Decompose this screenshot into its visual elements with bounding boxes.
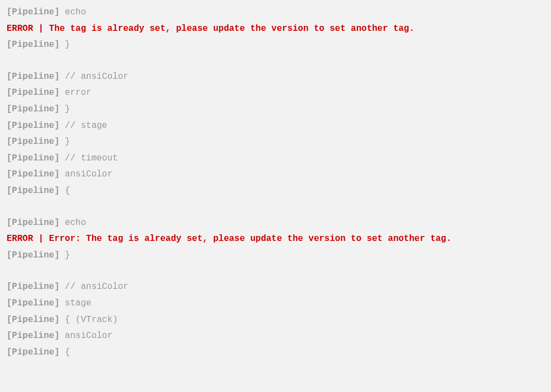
pipeline-line: [Pipeline] } bbox=[7, 134, 544, 151]
pipeline-text: // timeout bbox=[60, 153, 118, 163]
pipeline-text: } bbox=[60, 137, 70, 147]
pipeline-text: // stage bbox=[60, 121, 107, 131]
pipeline-prefix: [Pipeline] bbox=[7, 218, 60, 228]
pipeline-text: { bbox=[60, 186, 70, 196]
pipeline-prefix: [Pipeline] bbox=[7, 282, 60, 292]
pipeline-text: echo bbox=[60, 218, 86, 228]
pipeline-line: [Pipeline] } bbox=[7, 37, 544, 53]
pipeline-text: } bbox=[60, 104, 70, 114]
pipeline-prefix: [Pipeline] bbox=[7, 315, 60, 325]
pipeline-text: // ansiColor bbox=[60, 72, 129, 82]
pipeline-prefix: [Pipeline] bbox=[7, 72, 60, 82]
pipeline-line: [Pipeline] } bbox=[7, 248, 544, 264]
pipeline-line: [Pipeline] // ansiColor bbox=[7, 279, 544, 296]
pipeline-text: } bbox=[60, 250, 70, 260]
pipeline-line: [Pipeline] { bbox=[7, 345, 544, 361]
pipeline-line: [Pipeline] echo bbox=[7, 4, 544, 21]
pipeline-prefix: [Pipeline] bbox=[7, 250, 60, 260]
pipeline-prefix: [Pipeline] bbox=[7, 121, 60, 131]
pipeline-prefix: [Pipeline] bbox=[7, 104, 60, 114]
pipeline-line: [Pipeline] echo bbox=[7, 215, 544, 232]
pipeline-line: [Pipeline] stage bbox=[7, 296, 544, 312]
pipeline-line: [Pipeline] { (VTrack) bbox=[7, 312, 544, 329]
pipeline-text: stage bbox=[60, 298, 92, 308]
pipeline-prefix: [Pipeline] bbox=[7, 88, 60, 98]
pipeline-text: ansiColor bbox=[60, 331, 113, 341]
error-line: ERROR | The tag is already set, please u… bbox=[7, 21, 544, 37]
console-log: [Pipeline] echoERROR | The tag is alread… bbox=[7, 4, 544, 361]
pipeline-line: [Pipeline] // timeout bbox=[7, 151, 544, 167]
pipeline-line: [Pipeline] ansiColor bbox=[7, 167, 544, 183]
pipeline-prefix: [Pipeline] bbox=[7, 169, 60, 179]
blank-line bbox=[7, 200, 544, 215]
pipeline-line: [Pipeline] error bbox=[7, 85, 544, 101]
pipeline-line: [Pipeline] { bbox=[7, 183, 544, 200]
pipeline-prefix: [Pipeline] bbox=[7, 347, 60, 357]
pipeline-prefix: [Pipeline] bbox=[7, 7, 60, 17]
pipeline-prefix: [Pipeline] bbox=[7, 186, 60, 196]
pipeline-line: [Pipeline] ansiColor bbox=[7, 328, 544, 345]
error-text: ERROR | The tag is already set, please u… bbox=[7, 24, 414, 34]
pipeline-prefix: [Pipeline] bbox=[7, 40, 60, 50]
pipeline-text: } bbox=[60, 40, 70, 50]
pipeline-text: { (VTrack) bbox=[60, 315, 118, 325]
pipeline-text: // ansiColor bbox=[60, 282, 129, 292]
pipeline-text: ansiColor bbox=[60, 169, 113, 179]
pipeline-text: error bbox=[60, 88, 92, 98]
pipeline-text: echo bbox=[60, 7, 86, 17]
pipeline-prefix: [Pipeline] bbox=[7, 153, 60, 163]
blank-line bbox=[7, 264, 544, 279]
pipeline-line: [Pipeline] } bbox=[7, 101, 544, 118]
pipeline-prefix: [Pipeline] bbox=[7, 331, 60, 341]
pipeline-prefix: [Pipeline] bbox=[7, 298, 60, 308]
pipeline-prefix: [Pipeline] bbox=[7, 137, 60, 147]
blank-line bbox=[7, 53, 544, 69]
error-line: ERROR | Error: The tag is already set, p… bbox=[7, 231, 544, 248]
pipeline-line: [Pipeline] // stage bbox=[7, 118, 544, 135]
error-text: ERROR | Error: The tag is already set, p… bbox=[7, 234, 452, 244]
pipeline-text: { bbox=[60, 347, 70, 357]
pipeline-line: [Pipeline] // ansiColor bbox=[7, 69, 544, 85]
